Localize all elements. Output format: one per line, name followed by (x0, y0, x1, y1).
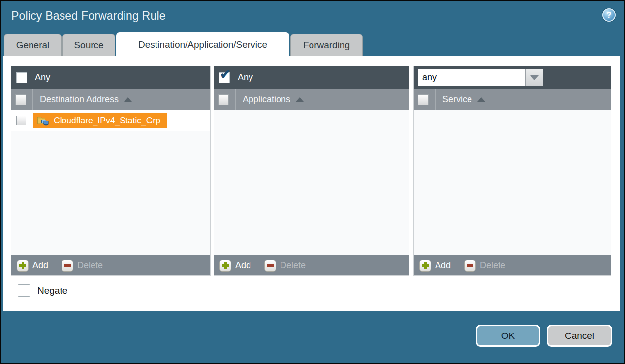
chevron-down-icon[interactable] (525, 69, 543, 86)
checkmark-icon: ✔ (220, 68, 231, 81)
negate-option: Negate (18, 284, 620, 297)
minus-icon (264, 260, 276, 272)
sort-asc-icon[interactable] (124, 97, 132, 102)
destination-any-header: Any (11, 66, 210, 89)
service-column-header: Service (414, 89, 611, 110)
destination-any-checkbox[interactable] (16, 72, 27, 83)
add-button[interactable]: Add (219, 260, 251, 272)
add-button[interactable]: Add (419, 260, 451, 272)
destination-select-all-checkbox[interactable] (15, 94, 26, 105)
minus-icon (62, 260, 73, 272)
address-group-label: Cloudflare_IPv4_Static_Grp (54, 116, 160, 126)
delete-button[interactable]: Delete (62, 260, 103, 272)
address-group-icon (37, 116, 49, 126)
sort-asc-icon[interactable] (296, 97, 304, 102)
dialog-button-bar: OK Cancel (476, 311, 612, 363)
destination-address-panel: Any Destination Address (11, 66, 211, 276)
row-checkbox[interactable] (16, 116, 26, 125)
tab-forwarding[interactable]: Forwarding (290, 34, 363, 56)
service-footer: Add Delete (414, 255, 611, 275)
destination-list: Cloudflare_IPv4_Static_Grp (11, 110, 210, 255)
delete-button[interactable]: Delete (464, 260, 505, 272)
delete-button[interactable]: Delete (264, 260, 306, 272)
ok-button[interactable]: OK (476, 325, 540, 347)
applications-footer: Add Delete (214, 255, 409, 275)
title-bar: Policy Based Forwarding Rule ? (1, 1, 624, 32)
help-icon[interactable]: ? (602, 8, 616, 22)
selection-panels: Any Destination Address (11, 66, 620, 276)
tab-general[interactable]: General (4, 34, 62, 56)
table-row: Cloudflare_IPv4_Static_Grp (11, 110, 210, 131)
service-select-all-checkbox[interactable] (418, 94, 429, 105)
cancel-button[interactable]: Cancel (547, 325, 612, 347)
destination-column-title[interactable]: Destination Address (40, 94, 119, 105)
tab-content: Any Destination Address (3, 56, 620, 311)
add-button[interactable]: Add (17, 260, 48, 272)
plus-icon (219, 260, 231, 272)
service-dropdown-input[interactable] (418, 69, 525, 86)
minus-icon (464, 260, 476, 272)
negate-label: Negate (37, 285, 67, 296)
service-list (414, 110, 611, 255)
service-panel: Service Add Delete (413, 66, 611, 276)
service-dropdown-header (414, 66, 611, 89)
applications-any-header: ✔ Any (214, 66, 409, 89)
applications-panel: ✔ Any Applications Add (214, 66, 409, 276)
applications-any-checkbox[interactable]: ✔ (219, 72, 230, 83)
tab-source[interactable]: Source (62, 34, 115, 56)
pbf-rule-dialog: Policy Based Forwarding Rule ? General S… (0, 0, 625, 364)
negate-checkbox[interactable] (18, 284, 30, 297)
applications-any-label: Any (238, 72, 253, 83)
applications-list (214, 110, 409, 255)
plus-icon (17, 260, 29, 272)
tab-strip: General Source Destination/Application/S… (1, 32, 624, 56)
tab-destination-application-service[interactable]: Destination/Application/Service (116, 32, 289, 56)
service-column-title[interactable]: Service (442, 94, 472, 105)
plus-icon (419, 260, 431, 272)
destination-footer: Add Delete (11, 255, 210, 275)
applications-select-all-checkbox[interactable] (218, 94, 229, 105)
destination-any-label: Any (35, 72, 50, 83)
address-group-item[interactable]: Cloudflare_IPv4_Static_Grp (33, 113, 167, 128)
destination-column-header: Destination Address (11, 89, 210, 110)
applications-column-header: Applications (214, 89, 409, 110)
service-dropdown[interactable] (418, 69, 543, 86)
sort-asc-icon[interactable] (477, 97, 485, 102)
applications-column-title[interactable]: Applications (243, 94, 290, 105)
dialog-title: Policy Based Forwarding Rule (11, 9, 166, 23)
